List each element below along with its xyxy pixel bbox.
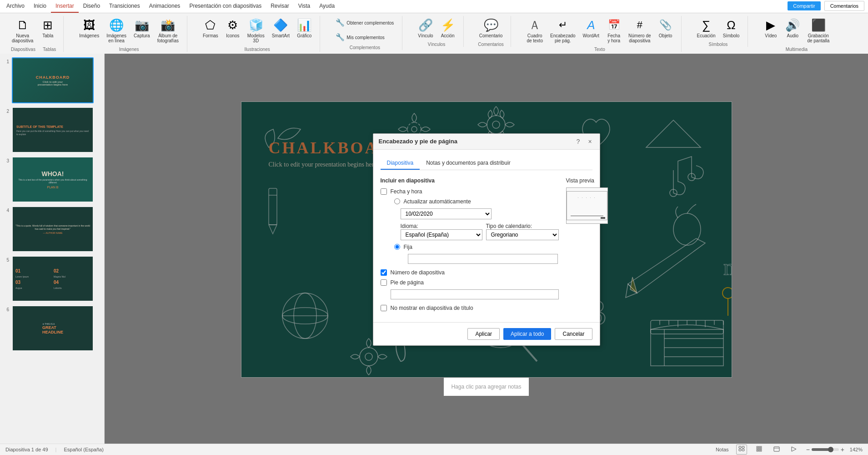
slide-thumb-5[interactable]: 5 01 02 Lorem Ipsum Magnis Nisl 03 04 Au…	[2, 256, 102, 302]
ribbon-btn-simbolo[interactable]: Ω Símbolo	[720, 16, 743, 40]
view-slideshow-button[interactable]	[789, 445, 799, 454]
tab-archivo[interactable]: Archivo	[2, 0, 29, 13]
tab-ayuda[interactable]: Ayuda	[315, 0, 339, 13]
ribbon-btn-mis-complementos[interactable]: 🔧 Mis complementos	[333, 30, 387, 43]
preview-box: · · · · ·	[566, 187, 608, 224]
formas-icon: ⬠	[203, 18, 218, 32]
ribbon-group-complementos: 🔧 Obtener complementos 🔧 Mis complemento…	[327, 16, 402, 50]
svg-rect-36	[758, 450, 760, 451]
dialog-fija-radio[interactable]	[394, 244, 400, 250]
slide-thumbnail-5[interactable]: 01 02 Lorem Ipsum Magnis Nisl 03 04 Augu…	[12, 256, 94, 302]
ribbon-group-comentarios: 💬 Comentario Comentarios	[471, 16, 512, 47]
zoom-increase-button[interactable]: +	[841, 446, 844, 453]
ribbon-btn-obtener-complementos[interactable]: 🔧 Obtener complementos	[333, 16, 396, 29]
ribbon-btn-accion[interactable]: ⚡ Acción	[438, 16, 458, 40]
ribbon-btn-ecuacion[interactable]: ∑ Ecuación	[694, 16, 718, 40]
ribbon-btn-captura[interactable]: 📷 Captura	[131, 16, 153, 40]
ribbon-btn-tabla[interactable]: ⊞ Tabla	[38, 16, 58, 40]
ribbon-btn-nueva-diapositiva[interactable]: 🗋 Nuevadiapositiva	[9, 16, 36, 45]
numero-diapositiva-icon: #	[632, 18, 647, 32]
ribbon-btn-vinculo[interactable]: 🔗 Vínculo	[415, 16, 436, 40]
dialog-tipo-calendario-select[interactable]: Gregoriano	[486, 229, 559, 240]
ribbon-btn-formas[interactable]: ⬠ Formas	[200, 16, 221, 40]
ribbon-btn-imagenes[interactable]: 🖼 Imágenes	[76, 16, 102, 40]
slide-thumbnail-4[interactable]: "This is a quote. Words full of wisdom t…	[12, 206, 94, 252]
ribbon-btn-encabezado-pie[interactable]: ↵ Encabezadopie pág.	[547, 16, 578, 45]
status-notes-btn[interactable]: Notas	[716, 447, 729, 452]
view-slide-sorter-button[interactable]	[754, 445, 764, 454]
dialog-no-mostrar-checkbox[interactable]	[381, 305, 387, 311]
dialog-pie-input-row	[381, 289, 559, 299]
slide-canvas[interactable]: B A ns	[241, 101, 732, 378]
share-button[interactable]: Compartir	[788, 1, 820, 10]
tab-inicio[interactable]: Inicio	[29, 0, 51, 13]
svg-rect-28	[742, 449, 744, 451]
slide-thumbnail-2[interactable]: SUBTITLE OF THIS TEMPLATE Here you can p…	[12, 107, 94, 153]
ribbon-btn-objeto[interactable]: 📎 Objeto	[656, 16, 676, 40]
dialog-help-button[interactable]: ?	[574, 137, 582, 146]
slide-thumbnail-6[interactable]: ✦ THIS IS A GREATHEADLINE	[12, 305, 94, 351]
dialog-date-select[interactable]: 10/02/2020	[401, 208, 492, 219]
canvas-area: B A ns	[105, 54, 868, 443]
ribbon-group-label-diapositivas: Diapositivas Tablas	[11, 47, 56, 52]
slide-thumb-4[interactable]: 4 "This is a quote. Words full of wisdom…	[2, 206, 102, 252]
ribbon-btn-comentario[interactable]: 💬 Comentario	[477, 16, 506, 40]
dialog-numero-checkbox[interactable]	[381, 269, 387, 276]
ribbon-btn-modelos-3d[interactable]: 🧊 Modelos3D	[245, 16, 267, 45]
dialog-aplicar-todo-button[interactable]: Aplicar a todo	[503, 328, 551, 340]
ribbon-btn-numero-diapositiva[interactable]: # Número dediapositiva	[626, 16, 653, 45]
captura-icon: 📷	[135, 18, 149, 32]
svg-rect-31	[760, 446, 762, 448]
ribbon-btn-audio[interactable]: 🔊 Audio	[783, 16, 803, 40]
tab-insertar[interactable]: Insertar	[51, 0, 79, 13]
dialog-fija-input[interactable]	[408, 254, 558, 264]
dialog-cancelar-button[interactable]: Cancelar	[555, 328, 592, 340]
dialog-fecha-hora-checkbox[interactable]	[381, 188, 387, 195]
slide-thumbnail-1[interactable]: CHALKBOARD Click to edit yourpresentatio…	[12, 57, 94, 103]
ribbon-btn-grabacion[interactable]: ⬛ Grabaciónde pantalla	[804, 16, 832, 45]
ribbon-btn-iconos[interactable]: ⚙ Iconos	[223, 16, 243, 40]
ribbon-btn-video[interactable]: ▶ Vídeo	[761, 16, 781, 40]
slide-thumb-6[interactable]: 6 ✦ THIS IS A GREATHEADLINE	[2, 305, 102, 351]
dialog-close-button[interactable]: ×	[586, 137, 594, 146]
dialog-idioma-select[interactable]: Español (España)	[401, 229, 482, 240]
ribbon-group-items: 🗋 Nuevadiapositiva ⊞ Tabla	[9, 16, 58, 45]
dialog-aplicar-button[interactable]: Aplicar	[467, 328, 500, 340]
ribbon-btn-imagenes-linea[interactable]: 🌐 Imágenesen línea	[104, 16, 129, 45]
tab-revisar[interactable]: Revisar	[266, 0, 294, 13]
ribbon-btn-wordart[interactable]: A WordArt	[580, 16, 602, 40]
tab-animaciones[interactable]: Animaciones	[145, 0, 185, 13]
iconos-icon: ⚙	[226, 18, 240, 32]
comments-button[interactable]: Comentarios	[824, 1, 864, 11]
dialog-tab-notas[interactable]: Notas y documentos para distribuir	[420, 157, 517, 170]
dialog-tab-diapositiva[interactable]: Diapositiva	[381, 157, 420, 170]
notes-area[interactable]: Haga clic para agregar notas	[444, 378, 528, 396]
svg-rect-33	[758, 448, 760, 450]
slide-thumb-2[interactable]: 2 SUBTITLE OF THIS TEMPLATE Here you can…	[2, 107, 102, 153]
ribbon-btn-grafico[interactable]: 📊 Gráfico	[294, 16, 314, 40]
ribbon-btn-cuadro-texto[interactable]: Ａ Cuadrode texto	[524, 16, 546, 45]
tab-vista[interactable]: Vista	[294, 0, 315, 13]
zoom-slider-thumb[interactable]	[828, 447, 833, 452]
dialog-pie-input[interactable]	[391, 289, 559, 299]
ribbon-group-simbolos: ∑ Ecuación Ω Símbolo Símbolos	[689, 16, 748, 47]
slide-thumbnail-3[interactable]: WHOA! This is a text box of the paramete…	[12, 157, 94, 202]
slide-thumb-1[interactable]: 1 CHALKBOARD Click to edit yourpresentat…	[2, 57, 102, 103]
tab-diseno[interactable]: Diseño	[79, 0, 105, 13]
ribbon-btn-album[interactable]: 📸 Álbum defotografías	[155, 16, 181, 45]
mis-complementos-icon: 🔧	[336, 32, 345, 41]
ribbon-btn-smartart[interactable]: 🔷 SmartArt	[269, 16, 292, 40]
svg-rect-27	[739, 449, 741, 451]
tab-presentacion[interactable]: Presentación con diapositivas	[185, 0, 266, 13]
tab-transiciones[interactable]: Transiciones	[105, 0, 145, 13]
zoom-decrease-button[interactable]: −	[806, 446, 810, 453]
dialog-section-label: Incluir en diapositiva	[381, 177, 559, 184]
slide-thumb-3[interactable]: 3 WHOA! This is a text box of the parame…	[2, 157, 102, 202]
view-normal-button[interactable]	[736, 445, 747, 455]
view-reading-button[interactable]	[772, 445, 782, 454]
dialog-actualizar-radio[interactable]	[394, 198, 400, 204]
ribbon-btn-fecha-hora[interactable]: 📅 Fechay hora	[604, 16, 624, 45]
dialog-encabezado-pie: Encabezado y pie de página ? × Diapositi…	[373, 133, 600, 346]
ribbon-group-label-texto: Texto	[594, 47, 605, 52]
dialog-pie-checkbox[interactable]	[381, 279, 387, 286]
